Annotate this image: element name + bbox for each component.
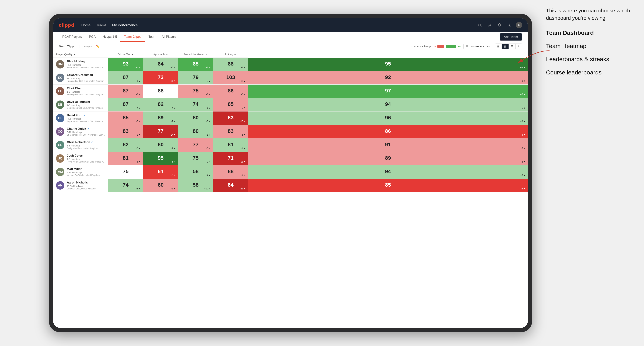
player-cell-0[interactable]: BMBlair McHargPlus HandicapRoyal North D…	[53, 58, 108, 71]
player-club: Craigmillar Park, United Kingdom	[67, 147, 105, 150]
metric-main-value: 75	[123, 169, 128, 174]
view-list-btn[interactable]: ☰	[509, 44, 516, 49]
player-cell-3[interactable]: DBDave Billingham1-5 HandicapGog Magog G…	[53, 98, 108, 112]
col-player-quality[interactable]: Player Quality ▼	[53, 51, 108, 58]
toolbar: Team Clippd | 14 Players ✏️ 20 Round Cha…	[53, 42, 528, 51]
svg-line-1	[480, 26, 482, 27]
metric-main-value: 85	[123, 115, 128, 121]
metric-change: -21▼	[240, 187, 246, 190]
col-putting[interactable]: Putting →	[213, 51, 248, 58]
change-minus: -5	[434, 45, 436, 48]
metric-change: -6▼	[241, 133, 246, 136]
metric-cell-putting-0: 95+9▲	[248, 58, 528, 71]
metric-change: +4▲	[240, 147, 246, 150]
last-rounds-button[interactable]: ☰ Last Rounds: 20	[464, 44, 492, 49]
metric-main-value: 87	[123, 74, 128, 80]
metric-cell-approach-5: 80+1▲	[178, 125, 213, 138]
metric-main-value: 84	[158, 61, 164, 67]
subnav-tour[interactable]: Tour	[145, 32, 158, 42]
metric-main-value: 73	[158, 74, 164, 80]
person-icon[interactable]	[486, 22, 493, 28]
metric-cell-around-3: 85-3▼	[213, 98, 248, 112]
metric-change: +4▲	[136, 66, 141, 69]
player-name: Edward Crossman	[67, 73, 105, 77]
metric-cell-approach-7: 75+2▲	[178, 152, 213, 165]
metric-cell-around-6: 81+4▲	[213, 138, 248, 152]
col-approach[interactable]: Approach →	[143, 51, 178, 58]
metric-main-value: 60	[158, 182, 164, 188]
change-bar-green	[446, 45, 456, 48]
metric-cell-tee-4: 89+7▲	[143, 112, 178, 125]
metric-main-value: 77	[193, 142, 198, 148]
metric-change: +4▲	[170, 106, 176, 109]
settings-icon[interactable]	[506, 22, 512, 28]
player-club: Woburn Golf Club, United Kingdom	[67, 174, 105, 176]
player-cell-8[interactable]: MMMatt Miller6-10 HandicapWoburn Golf Cl…	[53, 165, 108, 179]
table-row: BMBlair McHargPlus HandicapRoyal North D…	[53, 58, 528, 71]
main-nav: Home Teams My Performance	[81, 23, 477, 27]
metric-cell-around-7: 71-11▼	[213, 152, 248, 165]
metric-cell-tee-2: 88	[143, 85, 178, 98]
nav-item-teams[interactable]: Teams	[96, 23, 106, 27]
nav-item-home[interactable]: Home	[81, 23, 90, 27]
bell-icon[interactable]	[496, 22, 502, 28]
player-cell-5[interactable]: CQCharlie Quick ✓6-10 HandicapSt. George…	[53, 125, 108, 138]
subnav-pgat-players[interactable]: PGAT Players	[59, 32, 86, 42]
metric-change: +6▲	[170, 66, 176, 69]
subnav-all-players[interactable]: All Players	[158, 32, 180, 42]
metric-change: +2▲	[206, 160, 211, 163]
metric-main-value: 94	[385, 101, 391, 107]
metric-change: +4▲	[136, 106, 141, 109]
metric-main-value: 87	[123, 101, 128, 107]
annotation-list: Team DashboardTeam HeatmapLeaderboards &…	[546, 29, 637, 77]
metric-cell-around-4: 83-10▼	[213, 112, 248, 125]
metric-change: -10▼	[240, 120, 246, 123]
player-cell-7[interactable]: JCJosh Coles1-5 HandicapRoyal North Devo…	[53, 152, 108, 165]
metric-cell-approach-0: 85+8▲	[178, 58, 213, 71]
subnav-hcaps[interactable]: Hcaps 1-5	[99, 32, 120, 42]
metric-cell-around-2: 86-6▼	[213, 85, 248, 98]
subnav-pga[interactable]: PGA	[86, 32, 99, 42]
player-name: Aaron Nicholls	[67, 181, 105, 184]
nav-item-my-performance[interactable]: My Performance	[112, 23, 138, 27]
player-cell-6[interactable]: CRChris Robertson ✓1-5 HandicapCraigmill…	[53, 138, 108, 152]
metric-change: +10▲	[204, 187, 211, 190]
player-cell-4[interactable]: DFDavid Ford ✓Plus HandicapRoyal North D…	[53, 112, 108, 125]
last-rounds-label: Last Rounds:	[470, 45, 485, 48]
player-handicap: Plus Handicap	[67, 117, 105, 120]
edit-icon[interactable]: ✏️	[96, 45, 100, 48]
table-row: CRChris Robertson ✓1-5 HandicapCraigmill…	[53, 138, 528, 152]
change-plus: +5	[458, 45, 460, 48]
player-avatar: DF	[56, 114, 64, 122]
table-row: ECEdward Crossman1-5 HandicapSunningdale…	[53, 71, 528, 85]
metric-main-value: 83	[228, 115, 234, 121]
view-more-btn[interactable]: ⬆	[516, 44, 522, 49]
player-avatar: CQ	[56, 127, 64, 136]
player-cell-9[interactable]: ANAaron Nicholls11-15 HandicapDrift Golf…	[53, 179, 108, 192]
metric-main-value: 85	[228, 101, 234, 107]
brand-logo: clippd	[59, 22, 74, 28]
subnav: PGAT Players PGA Hcaps 1-5 Team Clippd T…	[53, 32, 528, 42]
metric-change: +15▲	[239, 79, 246, 82]
metric-main-value: 75	[193, 88, 198, 94]
view-grid-btn[interactable]: ⊞	[495, 44, 502, 49]
main-content: Player Quality ▼ Off the Tee ▼ Approach …	[53, 51, 528, 328]
col-around-green[interactable]: Around the Green →	[178, 51, 213, 58]
player-cell-2[interactable]: EEElliot Ebert1-5 HandicapSunningdale Go…	[53, 85, 108, 98]
view-heatmap-btn[interactable]: ▦	[502, 44, 509, 49]
metric-change: +3▲	[206, 120, 211, 123]
subnav-team-clippd[interactable]: Team Clippd	[120, 32, 145, 42]
player-handicap: Plus Handicap	[67, 64, 105, 66]
player-avatar: BM	[56, 60, 64, 68]
metric-main-value: 93	[123, 61, 128, 67]
metric-cell-putting-3: 94+1▲	[248, 98, 528, 112]
metric-cell-putting-9: 85-4▼	[248, 179, 528, 192]
search-icon[interactable]	[477, 22, 483, 28]
player-cell-1[interactable]: ECEdward Crossman1-5 HandicapSunningdale…	[53, 71, 108, 85]
metric-change: -3▼	[241, 106, 246, 109]
col-off-tee[interactable]: Off the Tee ▼	[108, 51, 143, 58]
user-avatar[interactable]: U	[516, 22, 522, 28]
metric-cell-around-1: 103+15▲	[213, 71, 248, 85]
metric-main-value: 61	[158, 169, 164, 174]
add-team-button[interactable]: Add Team	[500, 33, 522, 40]
